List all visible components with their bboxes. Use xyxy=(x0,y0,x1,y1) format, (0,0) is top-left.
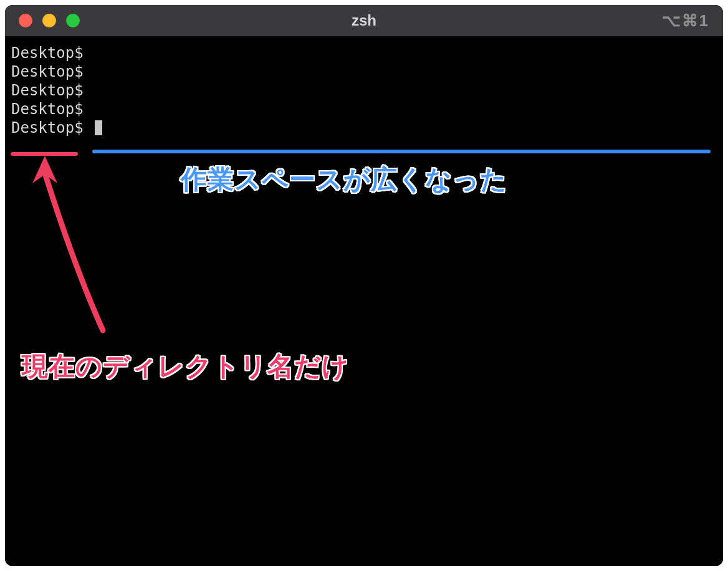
close-button[interactable] xyxy=(19,14,32,27)
shortcut-hint: ⌥⌘1 xyxy=(662,11,709,31)
prompt-text: Desktop$ xyxy=(11,44,92,62)
prompt-line: Desktop$ xyxy=(11,118,717,137)
traffic-lights xyxy=(19,14,80,27)
prompt-text: Desktop$ xyxy=(11,81,92,100)
prompt-line: Desktop$ xyxy=(11,81,717,100)
prompt-text: Desktop$ xyxy=(11,62,92,81)
prompt-line: Desktop$ xyxy=(11,44,717,62)
terminal-window: zsh ⌥⌘1 Desktop$ Desktop$ Desktop$ Deskt… xyxy=(5,5,723,566)
zoom-button[interactable] xyxy=(66,14,80,27)
titlebar: zsh ⌥⌘1 xyxy=(5,5,723,36)
prompt-text: Desktop$ xyxy=(11,100,92,118)
minimize-button[interactable] xyxy=(42,14,56,27)
prompt-text: Desktop$ xyxy=(11,118,92,137)
prompt-line: Desktop$ xyxy=(11,100,717,118)
prompt-line: Desktop$ xyxy=(11,62,717,81)
terminal-body[interactable]: Desktop$ Desktop$ Desktop$ Desktop$ Desk… xyxy=(5,36,723,566)
window-title: zsh xyxy=(5,12,723,29)
cursor xyxy=(95,120,102,135)
